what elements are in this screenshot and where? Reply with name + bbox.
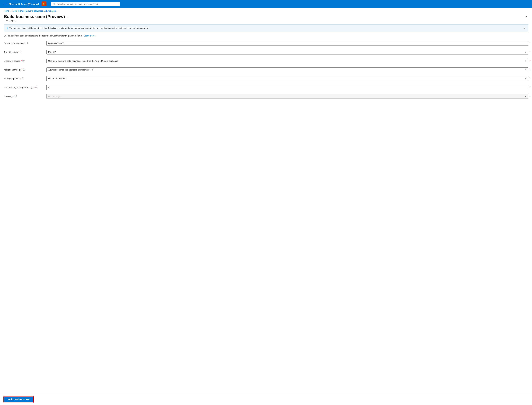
required-indicator-4: * — [530, 69, 530, 71]
label-currency: Currency * ⓘ — [4, 95, 47, 98]
search-bar: 🔍 — [51, 2, 120, 6]
description: Build a business case to understand the … — [0, 34, 532, 40]
breadcrumb-home[interactable]: Home — [4, 10, 9, 12]
required-star-7: * — [13, 95, 14, 98]
target-location-select[interactable]: East US West US West Europe Southeast As… — [47, 50, 528, 54]
breadcrumb-azure-migrate[interactable]: Azure Migrate | Servers, databases and w… — [12, 10, 56, 12]
info-icon-6[interactable]: ⓘ — [35, 86, 37, 89]
label-discovery-source: Discovery source * ⓘ — [4, 59, 47, 62]
label-target-location: Target location * ⓘ — [4, 51, 47, 54]
breadcrumb: Home > Azure Migrate | Servers, database… — [0, 8, 532, 12]
form-row-currency: Currency * ⓘ US Dollar ($) Euro (€) Brit… — [4, 93, 528, 99]
bug-icon: 🐛 — [41, 1, 47, 6]
required-star-6: * — [34, 86, 34, 89]
required-indicator-1: * — [530, 42, 530, 44]
info-icon: ℹ — [7, 27, 8, 30]
migration-strategy-select[interactable]: Azure recommended approach to minimize c… — [47, 68, 528, 72]
form-row-savings-options: Savings options * ⓘ Reserved Instance Az… — [4, 76, 528, 81]
panel-footer: Build business case — [0, 394, 532, 405]
required-indicator-5: * — [530, 78, 530, 80]
panel-title-row: Build business case (Preview) ··· — [4, 14, 69, 19]
breadcrumb-sep-1: > — [10, 10, 11, 12]
required-indicator-2: * — [530, 51, 530, 53]
hamburger-menu[interactable] — [3, 2, 7, 6]
main-panel: Home > Azure Migrate | Servers, database… — [0, 8, 532, 405]
label-savings-options: Savings options * ⓘ — [4, 77, 47, 80]
info-banner: ℹ The business case will be created usin… — [4, 24, 528, 32]
info-icon-7[interactable]: ⓘ — [15, 95, 17, 98]
select-wrap-3: Use more accurate data insights collecte… — [47, 59, 528, 63]
required-indicator-3: * — [530, 60, 530, 62]
form-row-discount: Discount (%) on Pay as you go * ⓘ * — [4, 84, 528, 90]
page-title: Build business case (Preview) — [4, 14, 65, 19]
topbar: Microsoft Azure (Preview) 🐛 🔍 — [0, 0, 532, 8]
required-star-2: * — [19, 51, 19, 53]
form-area: Business case name * ⓘ * Target location… — [0, 40, 532, 394]
select-wrap-4: Azure recommended approach to minimize c… — [47, 68, 528, 72]
label-business-case-name: Business case name * ⓘ — [4, 42, 47, 45]
business-case-name-input[interactable] — [47, 41, 528, 46]
form-row-migration-strategy: Migration strategy * ⓘ Azure recommended… — [4, 67, 528, 73]
panel-more-options[interactable]: ··· — [66, 15, 69, 19]
input-wrap-1: * — [47, 41, 528, 46]
label-discount: Discount (%) on Pay as you go * ⓘ — [4, 86, 47, 89]
input-wrap-6: * — [47, 85, 528, 90]
description-text: Build a business case to understand the … — [4, 34, 83, 37]
form-row-business-case-name: Business case name * ⓘ * — [4, 40, 528, 46]
required-star-3: * — [21, 60, 22, 62]
info-banner-close[interactable]: × — [523, 27, 525, 30]
required-star-1: * — [24, 42, 25, 45]
info-icon-2[interactable]: ⓘ — [20, 51, 22, 54]
savings-options-select[interactable]: Reserved Instance Azure Savings Plan Pay… — [47, 76, 528, 81]
learn-more-link[interactable]: Learn more — [84, 34, 94, 37]
select-wrap-2: East US West US West Europe Southeast As… — [47, 50, 528, 54]
info-banner-text: The business case will be created using … — [9, 27, 522, 30]
breadcrumb-sep-2: > — [57, 10, 58, 12]
app-title: Microsoft Azure (Preview) — [9, 3, 39, 5]
info-icon-1[interactable]: ⓘ — [26, 42, 28, 45]
select-wrap-7: US Dollar ($) Euro (€) British Pound (£)… — [47, 94, 528, 99]
label-migration-strategy: Migration strategy * ⓘ — [4, 68, 47, 71]
form-row-target-location: Target location * ⓘ East US West US West… — [4, 49, 528, 55]
build-business-case-button[interactable]: Build business case — [4, 397, 33, 402]
required-indicator-6: * — [530, 86, 530, 88]
info-icon-4[interactable]: ⓘ — [23, 68, 25, 71]
discovery-source-select[interactable]: Use more accurate data insights collecte… — [47, 59, 528, 63]
info-icon-5[interactable]: ⓘ — [21, 77, 23, 80]
info-icon-3[interactable]: ⓘ — [22, 59, 25, 62]
discount-input[interactable] — [47, 85, 528, 90]
required-indicator-7: * — [530, 95, 530, 97]
close-button[interactable]: × — [525, 14, 528, 19]
search-icon: 🔍 — [53, 3, 56, 5]
required-star-4: * — [21, 68, 22, 71]
search-input[interactable] — [57, 3, 118, 5]
select-wrap-5: Reserved Instance Azure Savings Plan Pay… — [47, 76, 528, 81]
form-row-discovery-source: Discovery source * ⓘ Use more accurate d… — [4, 58, 528, 64]
panel-header: Build business case (Preview) ··· Azure … — [0, 12, 532, 23]
required-star-5: * — [20, 77, 20, 80]
panel-subtitle: Azure Migrate — [4, 20, 69, 22]
currency-select[interactable]: US Dollar ($) Euro (€) British Pound (£) — [47, 94, 528, 99]
